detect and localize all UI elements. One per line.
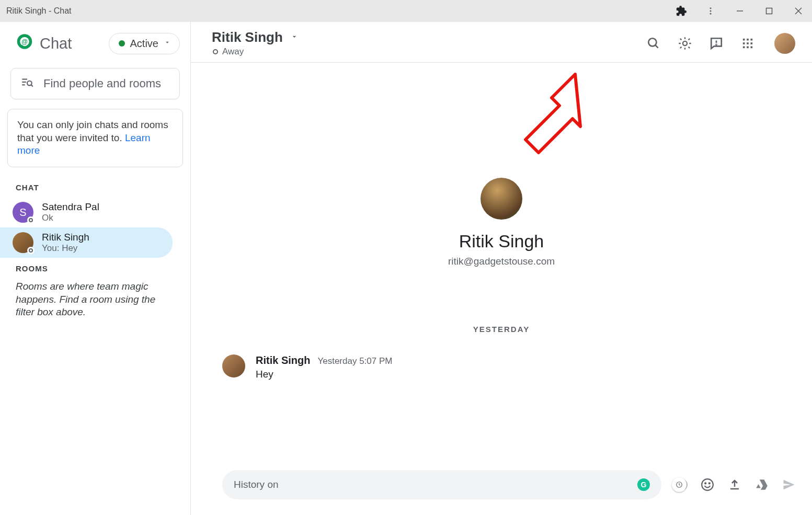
chat-logo-icon: @ [15,32,35,54]
chevron-down-icon[interactable] [290,32,299,43]
feedback-icon[interactable] [708,36,724,51]
apps-grid-icon[interactable] [740,36,756,51]
contact-email: ritik@gadgetstouse.com [448,256,555,267]
compose-input[interactable] [234,479,630,490]
upload-icon[interactable] [727,477,742,492]
svg-point-2 [710,13,712,15]
brand: @ Chat [15,32,72,54]
svg-point-32 [709,483,710,484]
message-text: Hey [256,369,392,380]
window-titlebar: Ritik Singh - Chat [0,0,812,22]
svg-point-17 [683,41,687,45]
info-card: You can only join chats and rooms that y… [7,109,183,167]
svg-rect-24 [747,42,749,44]
chat-name: Satendra Pal [42,201,99,213]
svg-rect-27 [747,46,749,48]
svg-point-30 [702,479,713,490]
conversation-status: Away [222,47,244,57]
conversation-title: Ritik Singh [212,29,283,45]
window-title: Ritik Singh - Chat [6,6,72,16]
svg-text:@: @ [21,38,28,45]
extensions-icon[interactable] [674,4,689,18]
svg-rect-28 [751,46,753,48]
chat-preview: Ok [42,213,99,223]
maximize-button[interactable] [762,4,776,18]
compose-box[interactable]: G [222,470,661,499]
more-icon[interactable] [703,4,718,18]
svg-point-15 [648,38,656,46]
message-avatar [222,354,245,377]
rooms-description: Rooms are where team magic happens. Find… [0,278,190,321]
away-status-icon [213,49,218,54]
date-separator: YESTERDAY [473,325,530,334]
svg-rect-4 [767,8,772,14]
minimize-button[interactable] [733,4,747,18]
status-label: Active [130,38,158,50]
svg-line-14 [31,85,33,86]
svg-rect-21 [747,38,749,40]
history-toggle[interactable] [673,477,688,492]
message-sender: Ritik Singh [256,354,310,367]
svg-line-16 [655,45,658,48]
search-list-icon [20,76,34,91]
avatar [13,232,33,253]
send-button[interactable] [782,477,796,492]
annotation-arrow-icon [505,69,588,174]
svg-point-31 [705,483,706,484]
message-row: Ritik Singh Yesterday 5:07 PM Hey [222,354,392,380]
svg-point-19 [716,44,716,44]
search-icon[interactable] [646,36,661,51]
svg-rect-20 [743,38,745,40]
close-button[interactable] [791,4,806,18]
presence-away-icon [27,247,35,254]
profile-avatar[interactable] [774,33,795,54]
svg-rect-22 [751,38,753,40]
svg-point-0 [710,7,712,9]
avatar: S [13,202,33,223]
svg-point-13 [27,81,32,86]
svg-rect-25 [751,42,753,44]
conversation-header: Ritik Singh Away [191,22,812,63]
section-rooms-header: ROOMS [0,258,190,278]
message-time: Yesterday 5:07 PM [317,356,392,367]
drive-icon[interactable] [754,477,769,492]
chat-item-satendra[interactable]: S Satendra Pal Ok [0,197,173,227]
search-box[interactable] [10,68,180,99]
brand-name: Chat [40,35,72,52]
svg-rect-23 [743,42,745,44]
section-chat-header: CHAT [0,177,190,197]
conversation-body: Ritik Singh ritik@gadgetstouse.com YESTE… [191,63,812,462]
svg-point-1 [710,10,712,12]
sidebar: @ Chat Active You can only join chats an… [0,22,191,515]
chat-preview: You: Hey [42,243,89,254]
status-selector[interactable]: Active [109,33,180,54]
contact-name: Ritik Singh [459,231,544,251]
settings-gear-icon[interactable] [677,36,693,51]
svg-rect-26 [743,46,745,48]
chevron-down-icon [164,39,171,48]
grammarly-icon[interactable]: G [637,478,650,491]
status-dot-icon [119,40,125,47]
contact-avatar [481,178,522,220]
chat-name: Ritik Singh [42,232,89,243]
presence-away-icon [27,216,35,224]
search-input[interactable] [43,77,187,90]
chat-item-ritik[interactable]: Ritik Singh You: Hey [0,227,173,258]
emoji-icon[interactable] [700,477,715,492]
